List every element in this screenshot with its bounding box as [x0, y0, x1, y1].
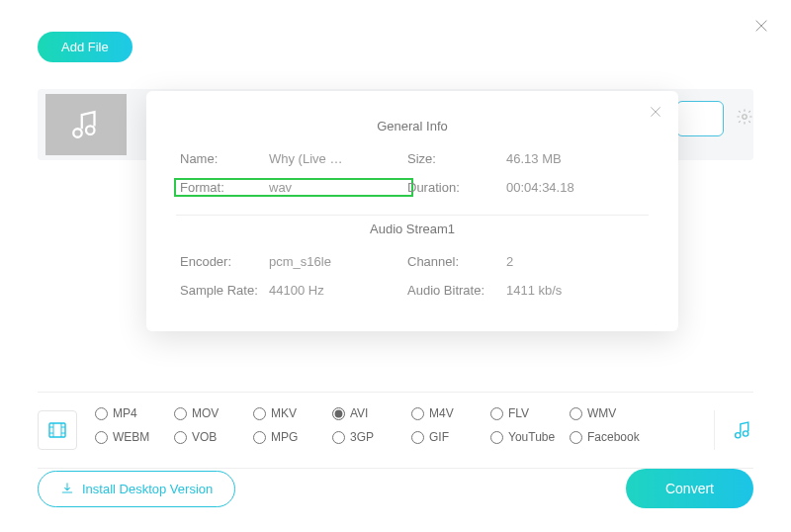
format-label: Facebook [587, 430, 640, 444]
duration-value: 00:04:34.18 [506, 180, 615, 195]
svg-rect-1 [49, 423, 65, 437]
format-radio[interactable] [332, 431, 345, 444]
convert-button[interactable]: Convert [626, 469, 753, 508]
bottom-bar: Install Desktop Version Convert [38, 469, 753, 508]
film-icon [45, 418, 69, 442]
format-label: MPG [271, 430, 298, 444]
format-radio[interactable] [95, 407, 108, 420]
encoder-label: Encoder: [180, 254, 269, 269]
format-option-3gp[interactable]: 3GP [332, 430, 411, 444]
format-option-m4v[interactable]: M4V [411, 406, 490, 420]
format-option-flv[interactable]: FLV [490, 406, 570, 420]
install-desktop-label: Install Desktop Version [82, 482, 213, 496]
music-note-icon [69, 108, 103, 141]
format-radio[interactable] [174, 431, 187, 444]
duration-label: Duration: [407, 180, 506, 195]
format-label: MKV [271, 406, 297, 420]
svg-point-0 [743, 115, 747, 120]
music-note-icon [733, 418, 753, 442]
file-thumbnail [45, 94, 127, 155]
format-label: FLV [508, 406, 529, 420]
channel-value: 2 [506, 254, 615, 269]
format-label: MP4 [113, 406, 137, 420]
format-label: 3GP [350, 430, 374, 444]
file-info-modal: General Info Name: Why (Live … Size: 46.… [146, 91, 678, 331]
format-radio[interactable] [95, 431, 108, 444]
bitrate-label: Audio Bitrate: [407, 283, 506, 298]
format-option-mp4[interactable]: MP4 [95, 406, 174, 420]
name-value: Why (Live … [269, 151, 407, 166]
format-radio[interactable] [411, 407, 424, 420]
format-radio[interactable] [332, 407, 345, 420]
file-row-actions [676, 101, 753, 136]
modal-close-button[interactable] [649, 105, 662, 123]
format-radio[interactable] [174, 407, 187, 420]
window-close-button[interactable] [753, 18, 769, 38]
format-radio[interactable] [253, 431, 266, 444]
format-option-avi[interactable]: AVI [332, 406, 411, 420]
gear-icon [736, 108, 753, 126]
format-label: M4V [429, 406, 454, 420]
audio-stream-heading: Audio Stream1 [176, 222, 649, 236]
format-radio[interactable] [253, 407, 266, 420]
format-label: YouTube [508, 430, 555, 444]
size-label: Size: [407, 151, 506, 166]
divider [176, 215, 649, 216]
format-option-mpg[interactable]: MPG [253, 430, 332, 444]
format-option-facebook[interactable]: Facebook [570, 430, 649, 444]
format-radio[interactable] [490, 431, 503, 444]
download-icon [60, 482, 74, 495]
format-option-youtube[interactable]: YouTube [490, 430, 570, 444]
install-desktop-button[interactable]: Install Desktop Version [38, 471, 235, 507]
format-label: Format: [180, 180, 269, 195]
format-options: MP4MOVMKVAVIM4VFLVWMVWEBMVOBMPG3GPGIFYou… [95, 406, 649, 454]
channel-label: Channel: [407, 254, 506, 269]
output-format-select[interactable] [676, 101, 724, 136]
size-value: 46.13 MB [506, 151, 615, 166]
format-label: GIF [429, 430, 449, 444]
format-label: WMV [587, 406, 616, 420]
name-label: Name: [180, 151, 269, 166]
format-row-highlighted: Format: wav [174, 178, 413, 197]
audio-category-icon-box[interactable] [714, 410, 753, 450]
close-icon [753, 18, 769, 34]
format-radio[interactable] [570, 407, 582, 420]
bitrate-value: 1411 kb/s [506, 283, 615, 298]
add-file-button[interactable]: Add File [38, 32, 132, 62]
format-radio[interactable] [490, 407, 503, 420]
format-option-wmv[interactable]: WMV [570, 406, 649, 420]
encoder-value: pcm_s16le [269, 254, 407, 269]
format-label: WEBM [113, 430, 149, 444]
format-option-webm[interactable]: WEBM [95, 430, 174, 444]
format-label: MOV [192, 406, 219, 420]
output-format-bar: MP4MOVMKVAVIM4VFLVWMVWEBMVOBMPG3GPGIFYou… [38, 392, 753, 469]
general-info-grid: Name: Why (Live … Size: 46.13 MB Format:… [176, 145, 649, 201]
video-category-icon-box[interactable] [38, 410, 77, 450]
format-option-mov[interactable]: MOV [174, 406, 253, 420]
format-label: AVI [350, 406, 368, 420]
format-option-mkv[interactable]: MKV [253, 406, 332, 420]
settings-button[interactable] [736, 108, 753, 130]
samplerate-value: 44100 Hz [269, 283, 407, 298]
format-option-vob[interactable]: VOB [174, 430, 253, 444]
format-value: wav [269, 180, 407, 195]
format-radio[interactable] [411, 431, 424, 444]
samplerate-label: Sample Rate: [180, 283, 269, 298]
audio-info-grid: Encoder: pcm_s16le Channel: 2 Sample Rat… [176, 248, 649, 304]
format-label: VOB [192, 430, 217, 444]
close-icon [649, 105, 662, 119]
format-option-gif[interactable]: GIF [411, 430, 490, 444]
general-info-heading: General Info [176, 119, 649, 133]
format-radio[interactable] [570, 431, 582, 444]
